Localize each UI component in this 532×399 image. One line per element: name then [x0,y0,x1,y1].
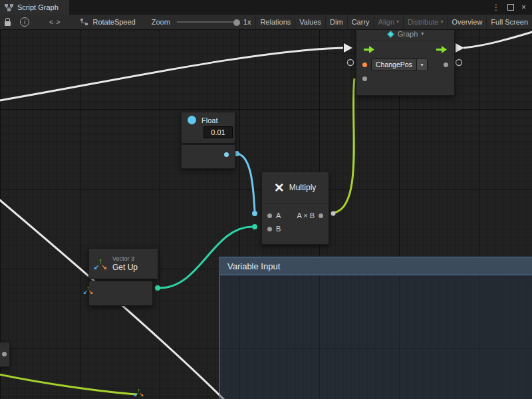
float-inner-output-port[interactable] [224,152,229,157]
graph-canvas[interactable]: Variable Input Graph ▾ ChangePos ▼ [0,29,532,399]
zoom-slider[interactable] [177,21,238,23]
chevron-down-icon: ▾ [441,19,444,25]
script-graph-icon [5,4,13,11]
port-b-dot[interactable] [267,227,272,231]
value-output-port[interactable] [444,63,448,67]
vector3-node-body[interactable]: ↑ ↙ ↘ [88,281,153,306]
zoom-slider-knob[interactable] [233,19,241,27]
set-variable-node[interactable]: Graph ▾ ChangePos ▼ [356,29,455,96]
multiply-to-unit-wire[interactable] [333,78,354,213]
overview-button[interactable]: Overview [448,15,487,29]
vector-output-port[interactable] [155,285,160,291]
edge-node-partial[interactable] [0,342,10,367]
multiply-icon: × [275,180,284,196]
multiply-node[interactable]: × Multiply A A × B B [261,172,329,245]
variable-input-port[interactable] [362,63,367,67]
tab-bar: Script Graph ⋮ × [0,0,532,15]
port-result-dot[interactable] [319,213,323,218]
script-graph-window: { "tab_bar": { "tab_title": "Script Grap… [0,0,532,399]
tab-script-graph[interactable]: Script Graph [0,0,69,15]
edge-node-port[interactable] [2,352,7,356]
unit-value-output-port[interactable] [456,60,462,66]
exec-arrow-in-icon [344,43,352,53]
full-screen-button[interactable]: Full Screen [486,15,532,29]
relations-button[interactable]: Relations [255,15,295,29]
multiply-result-port[interactable] [331,211,336,216]
close-icon[interactable]: × [521,3,526,12]
kebab-menu-icon[interactable]: ⋮ [492,3,500,12]
float-type-icon [188,116,196,124]
vector3-type-label: Vector 3 [112,255,138,263]
maximize-icon[interactable] [507,4,514,11]
group-header[interactable]: Variable Input [220,257,532,275]
vector3-node-title: Get Up [112,263,138,272]
float-node-body[interactable] [181,144,235,169]
value-input-port[interactable] [362,76,367,81]
carry-button[interactable]: Carry [347,15,374,29]
multiply-a-port[interactable] [252,211,257,216]
float-value-input[interactable]: 0.01 [203,126,233,138]
unit-value-input-port[interactable] [348,60,354,66]
graph-diamond-icon [387,31,394,38]
chevron-down-icon: ▾ [421,31,424,37]
align-button[interactable]: Align▾ [374,15,403,29]
bottom-left-wire[interactable] [0,374,137,394]
variable-dropdown[interactable]: ChangePos ▼ [371,59,428,71]
vector3-get-up-node[interactable]: ↑ ↙ ↘ Vector 3 Get Up [88,248,158,279]
dim-button[interactable]: Dim [325,15,347,29]
graph-asset-breadcrumb[interactable]: RotateSpeed [80,18,135,26]
exec-output-arrow-icon[interactable] [436,45,447,54]
multiply-b-port[interactable] [252,224,257,229]
group-variable-input[interactable]: Variable Input [219,257,532,399]
tab-title: Script Graph [17,3,59,11]
distribute-button[interactable]: Distribute▾ [403,15,447,29]
port-a-dot[interactable] [267,213,272,218]
lock-icon[interactable] [5,21,11,26]
graph-asset-name: RotateSpeed [92,18,135,26]
exec-wire-in[interactable] [0,48,343,101]
graph-toolbar: i <∙> RotateSpeed Zoom 1x Relations Valu… [0,15,532,30]
vector3-icon: ↑ ↙ ↘ [94,258,106,270]
info-icon[interactable]: i [20,17,29,27]
exec-wire-out[interactable] [464,31,532,48]
dropdown-arrow-icon: ▼ [416,59,427,70]
vector3-port-icon[interactable]: ↑ ↙ ↘ [84,286,92,295]
graph-asset-icon [80,19,88,25]
code-preview-icon[interactable]: <∙> [49,19,61,26]
exec-input-arrow-icon[interactable] [364,45,374,54]
zoom-label: Zoom [152,18,170,26]
values-button[interactable]: Values [295,15,325,29]
zoom-value: 1x [243,18,251,26]
unit-node-header[interactable]: Graph ▾ [356,29,454,41]
float-to-multiply-wire[interactable] [237,154,255,211]
exec-arrow-out-icon [456,43,464,53]
chevron-down-icon: ▾ [396,19,399,25]
vector3-wire-end-port-icon[interactable]: ↑ ↙ ↘ [134,388,143,397]
float-node-title: Float [201,116,217,124]
float-node-header[interactable]: Float 0.01 [181,112,235,144]
